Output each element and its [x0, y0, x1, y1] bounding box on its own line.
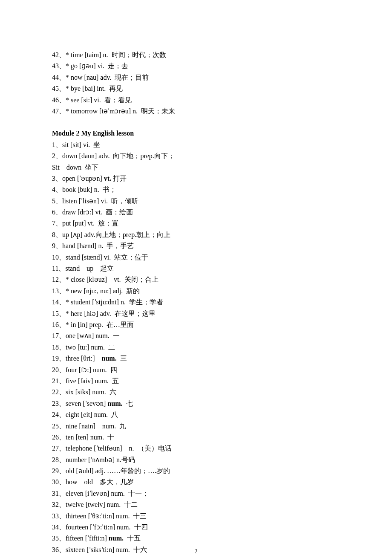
text-line: 5、listen [ˈlisən] vi. 听，倾听 — [52, 196, 340, 207]
text-line: 4、book [buk] n. 书； — [52, 184, 340, 195]
text-span: 30、how old 多大，几岁 — [52, 478, 134, 486]
text-span: 28、number [ˈnʌmbə] n.号码 — [52, 456, 135, 463]
text-line: 20、four [fɔ:] num. 四 — [52, 364, 340, 376]
text-span: 4、book [buk] n. 书； — [52, 186, 116, 193]
text-line: 32、twelve [twelv] num. 十二 — [52, 499, 340, 510]
text-span: 24、eight [eit] num. 八 — [52, 411, 118, 418]
text-line: 6、draw [drɔ:] vt. 画；绘画 — [52, 207, 340, 218]
text-span: 21、five [faiv] num. 五 — [52, 377, 119, 384]
text-line: 11、stand up 起立 — [52, 263, 340, 274]
text-span: 15、* here [hiə] adv. 在这里；这里 — [52, 310, 156, 317]
text-span: 46、* see [si:] vi. 看；看见 — [52, 96, 132, 104]
text-span: 打开 — [111, 175, 127, 182]
text-line: 44、* now [nau] adv. 现在；目前 — [52, 72, 340, 83]
text-line: 14、* student [ˈstju:dnt] n. 学生；学者 — [52, 297, 340, 308]
text-span: 27、telephone [ˈtelifəun] n. （美）电话 — [52, 445, 172, 452]
document-content: 42、* time [taim] n. 时间；时代；次数43、* go [ɡəu… — [52, 49, 340, 555]
text-line: 15、* here [hiə] adv. 在这里；这里 — [52, 308, 340, 319]
text-span: 43、* go [ɡəu] vi. 走；去 — [52, 62, 128, 69]
text-line: 27、telephone [ˈtelifəun] n. （美）电话 — [52, 443, 340, 454]
text-line: 23、seven [ˈsevən] num. 七 — [52, 398, 340, 409]
text-line: 24、eight [eit] num. 八 — [52, 409, 340, 420]
text-line: 31、eleven [iˈlevən] num. 十一； — [52, 488, 340, 499]
text-line: 10、stand [stænd] vi. 站立；位于 — [52, 252, 340, 263]
text-span: 10、stand [stænd] vi. 站立；位于 — [52, 254, 148, 261]
text-line: 3、open [ˈəupən] vt. 打开 — [52, 173, 340, 184]
text-span: 19、three [θri:] — [52, 355, 102, 362]
text-span: 32、twelve [twelv] num. 十二 — [52, 501, 138, 508]
text-span: Sit down 坐下 — [52, 164, 98, 171]
text-span: num. — [107, 400, 122, 407]
text-span: 17、one [wʌn] num. 一 — [52, 332, 120, 339]
text-span: num. — [102, 355, 117, 362]
text-span: 44、* now [nau] adv. 现在；目前 — [52, 74, 149, 81]
text-line: 17、one [wʌn] num. 一 — [52, 330, 340, 341]
text-line: 30、how old 多大，几岁 — [52, 477, 340, 488]
text-line: 21、five [faiv] num. 五 — [52, 376, 340, 387]
text-span: Module 2 My English lesson — [52, 130, 134, 137]
text-line: 2、down [daun] adv. 向下地；prep.向下； — [52, 150, 340, 162]
text-line: 26、ten [ten] num. 十 — [52, 432, 340, 443]
text-span: vt. — [104, 175, 111, 182]
text-line: 34、fourteen [ˈfɔ:ˈti:n] num. 十四 — [52, 522, 340, 533]
text-line: Sit down 坐下 — [52, 162, 340, 173]
text-line: 9、hand [hænd] n. 手，手艺 — [52, 240, 340, 251]
text-span: 7、put [put] vt. 放；置 — [52, 220, 118, 227]
text-line: 35、fifteen [ˈfifti:n] num. 十五 — [52, 533, 340, 544]
text-line: 33、thirteen [ˈθɜ:ˈti:n] num. 十三 — [52, 511, 340, 522]
text-span: 26、ten [ten] num. 十 — [52, 434, 114, 441]
page-number: 2 — [0, 546, 392, 555]
text-span: 20、four [fɔ:] num. 四 — [52, 366, 117, 373]
text-span: 13、* new [nju:, nu:] adj. 新的 — [52, 287, 140, 295]
text-span: 11、stand up 起立 — [52, 265, 114, 272]
text-line: 47、* tomorrow [təˈmɔrəu] n. 明天；未来 — [52, 106, 340, 117]
text-span: 2、down [daun] adv. 向下地；prep.向下； — [52, 152, 175, 159]
text-line: 29、old [əuld] adj. ……年龄的；….岁的 — [52, 465, 340, 477]
text-span: 1、sit [sit] vi. 坐 — [52, 141, 100, 148]
text-span: 29、old [əuld] adj. ……年龄的；….岁的 — [52, 467, 170, 474]
text-span: 35、fifteen [ˈfifti:n] — [52, 535, 109, 542]
text-span: 18、two [tu:] num. 二 — [52, 344, 115, 351]
text-line: 43、* go [ɡəu] vi. 走；去 — [52, 61, 340, 72]
text-span: 十五 — [124, 535, 141, 542]
text-line: 18、two [tu:] num. 二 — [52, 342, 340, 353]
text-line: 12、* close [kləuz] vt. 关闭；合上 — [52, 274, 340, 285]
text-line: 1、sit [sit] vi. 坐 — [52, 139, 340, 150]
text-span: 45、* bye [bai] int. 再见 — [52, 85, 123, 92]
text-span: 14、* student [ˈstju:dnt] n. 学生；学者 — [52, 298, 163, 306]
text-span: 33、thirteen [ˈθɜ:ˈti:n] num. 十三 — [52, 512, 147, 520]
text-line: 19、three [θri:] num. 三 — [52, 353, 340, 364]
text-span: 6、draw [drɔ:] vt. 画；绘画 — [52, 208, 133, 216]
text-span: 12、* close [kləuz] vt. 关闭；合上 — [52, 276, 159, 283]
text-span: num. — [109, 535, 124, 542]
text-line: 16、* in [in] prep. 在…里面 — [52, 319, 340, 330]
text-span: 5、listen [ˈlisən] vi. 听，倾听 — [52, 197, 138, 205]
text-span: 16、* in [in] prep. 在…里面 — [52, 321, 134, 328]
text-span: 三 — [117, 355, 127, 362]
text-line: 8、up [ʌp] adv.向上地；prep.朝上；向上 — [52, 229, 340, 240]
text-span: 9、hand [hænd] n. 手，手艺 — [52, 242, 134, 249]
text-span: 8、up [ʌp] adv.向上地；prep.朝上；向上 — [52, 231, 170, 238]
text-line: 7、put [put] vt. 放；置 — [52, 218, 340, 229]
text-line: 42、* time [taim] n. 时间；时代；次数 — [52, 49, 340, 61]
text-span: 47、* tomorrow [təˈmɔrəu] n. 明天；未来 — [52, 107, 175, 115]
text-line: 13、* new [nju:, nu:] adj. 新的 — [52, 286, 340, 297]
text-span: 34、fourteen [ˈfɔ:ˈti:n] num. 十四 — [52, 523, 148, 531]
text-span: 3、open [ˈəupən] — [52, 175, 104, 182]
text-span: 七 — [123, 400, 133, 407]
document-page: 42、* time [taim] n. 时间；时代；次数43、* go [ɡəu… — [0, 0, 392, 555]
text-line: 25、nine [nain] num. 九 — [52, 421, 340, 432]
text-span: 31、eleven [iˈlevən] num. 十一； — [52, 490, 149, 497]
text-span: 42、* time [taim] n. 时间；时代；次数 — [52, 51, 166, 58]
text-span: 25、nine [nain] num. 九 — [52, 422, 126, 430]
text-line: 46、* see [si:] vi. 看；看见 — [52, 95, 340, 106]
text-line: Module 2 My English lesson — [52, 128, 340, 139]
text-span: 22、six [siks] num. 六 — [52, 388, 116, 396]
text-line: 22、six [siks] num. 六 — [52, 387, 340, 398]
text-span: 23、seven [ˈsevən] — [52, 400, 107, 407]
text-line: 45、* bye [bai] int. 再见 — [52, 83, 340, 94]
text-line: 28、number [ˈnʌmbə] n.号码 — [52, 454, 340, 465]
